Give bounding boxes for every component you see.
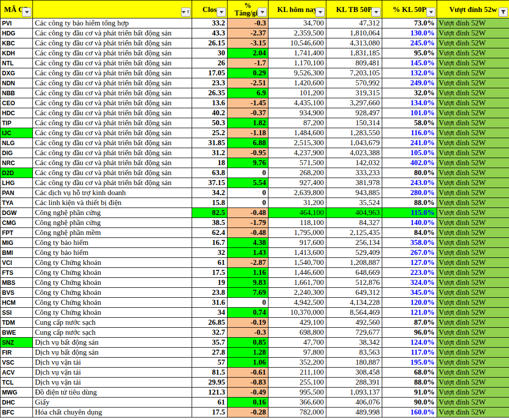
percent-change-cell[interactable]: -1.45	[228, 98, 268, 108]
volume-avg-cell[interactable]: 512,876	[326, 278, 382, 288]
industry-cell[interactable]: Các công ty đầu cơ và phát triển bất độn…	[33, 38, 192, 48]
industry-cell[interactable]: Các công ty đầu cơ và phát triển bất độn…	[33, 28, 192, 38]
volume-today-cell[interactable]: 268,200	[268, 168, 326, 178]
breakout-52w-cell[interactable]: Vượt đỉnh 52W	[437, 88, 509, 98]
volume-avg-cell[interactable]: 83,563	[326, 348, 382, 358]
column-header-industry[interactable]: ↑	[33, 0, 192, 18]
volume-today-cell[interactable]: 352,200	[268, 358, 326, 368]
breakout-52w-cell[interactable]: Vượt đỉnh 52W	[437, 328, 509, 338]
volume-avg-cell[interactable]: 38,342	[326, 338, 382, 348]
percent-volume-cell[interactable]: 88.0%	[382, 378, 437, 388]
industry-cell[interactable]: Các dịch vụ hỗ trợ kinh doanh	[33, 188, 192, 198]
breakout-52w-cell[interactable]: Vượt đỉnh 52W	[437, 208, 509, 218]
volume-avg-cell[interactable]: 1,831,185	[326, 48, 382, 58]
percent-change-cell[interactable]: -0.19	[228, 318, 268, 328]
breakout-52w-cell[interactable]: Vượt đỉnh 52W	[437, 268, 509, 278]
industry-cell[interactable]: Cung cấp nước sạch	[33, 318, 192, 328]
volume-avg-cell[interactable]: 1,810,064	[326, 28, 382, 38]
volume-today-cell[interactable]: 927,400	[268, 178, 326, 188]
breakout-52w-cell[interactable]: Vượt đỉnh 52W	[437, 398, 509, 408]
ticker-cell[interactable]: KBC	[0, 38, 33, 48]
industry-cell[interactable]: Công nghệ phần cứng	[33, 208, 192, 218]
volume-today-cell[interactable]: 87,200	[268, 118, 326, 128]
close-price-cell[interactable]: 31.2	[192, 148, 228, 158]
volume-today-cell[interactable]: 118,100	[268, 218, 326, 228]
percent-volume-cell[interactable]: 121.0%	[382, 308, 437, 318]
percent-change-cell[interactable]: 0	[228, 298, 268, 308]
close-price-cell[interactable]: 40.2	[192, 108, 228, 118]
industry-cell[interactable]: Các công ty đầu cơ và phát triển bất độn…	[33, 118, 192, 128]
industry-cell[interactable]: Dịch vụ vận tải	[33, 358, 192, 368]
volume-today-cell[interactable]: 255,100	[268, 378, 326, 388]
close-price-cell[interactable]: 35.7	[192, 338, 228, 348]
dropdown-arrow-icon[interactable]	[217, 7, 226, 17]
percent-change-cell[interactable]: -1.18	[228, 128, 268, 138]
volume-avg-cell[interactable]: 35,524	[326, 198, 382, 208]
percent-change-cell[interactable]: 5.54	[228, 178, 268, 188]
ticker-cell[interactable]: HDC	[0, 108, 33, 118]
breakout-52w-cell[interactable]: Vượt đỉnh 52W	[437, 158, 509, 168]
percent-volume-cell[interactable]: 101.0%	[382, 108, 437, 118]
ticker-cell[interactable]: NLG	[0, 138, 33, 148]
close-price-cell[interactable]: 27.8	[192, 348, 228, 358]
volume-today-cell[interactable]: 571,500	[268, 158, 326, 168]
industry-cell[interactable]: Các công ty đầu cơ và phát triển bất độn…	[33, 178, 192, 188]
percent-change-cell[interactable]: 0.29	[228, 68, 268, 78]
volume-avg-cell[interactable]: 4,134,228	[326, 298, 382, 308]
percent-volume-cell[interactable]: 345.0%	[382, 288, 437, 298]
close-price-cell[interactable]: 31.6	[192, 298, 228, 308]
volume-avg-cell[interactable]: 928,497	[326, 108, 382, 118]
volume-avg-cell[interactable]: 1,093,137	[326, 388, 382, 398]
industry-cell[interactable]: Các công ty đầu cơ và phát triển bất độn…	[33, 88, 192, 98]
volume-avg-cell[interactable]: 489,998	[326, 408, 382, 418]
breakout-52w-cell[interactable]: Vượt đỉnh 52W	[437, 58, 509, 68]
percent-change-cell[interactable]: 0.16	[228, 398, 268, 408]
industry-cell[interactable]: Công nghệ phần cứng	[33, 218, 192, 228]
volume-avg-cell[interactable]: 256,134	[326, 238, 382, 248]
filter-funnel-icon[interactable]	[499, 7, 508, 17]
ticker-cell[interactable]: KDH	[0, 48, 33, 58]
volume-today-cell[interactable]: 698,800	[268, 328, 326, 338]
percent-change-cell[interactable]: 2.04	[228, 48, 268, 58]
breakout-52w-cell[interactable]: Vượt đỉnh 52W	[437, 28, 509, 38]
volume-avg-cell[interactable]: 84,327	[326, 218, 382, 228]
ticker-cell[interactable]: BWE	[0, 328, 33, 338]
percent-volume-cell[interactable]: 91.0%	[382, 388, 437, 398]
ticker-cell[interactable]: HDG	[0, 28, 33, 38]
volume-today-cell[interactable]: 31,200	[268, 198, 326, 208]
volume-today-cell[interactable]: 464,100	[268, 208, 326, 218]
ticker-cell[interactable]: ACV	[0, 368, 33, 378]
close-price-cell[interactable]: 18	[192, 158, 228, 168]
ticker-cell[interactable]: TDM	[0, 318, 33, 328]
percent-change-cell[interactable]: 1.43	[228, 248, 268, 258]
percent-volume-cell[interactable]: 132.0%	[382, 68, 437, 78]
percent-volume-cell[interactable]: 249.0%	[382, 78, 437, 88]
dropdown-arrow-icon[interactable]	[426, 7, 436, 17]
percent-volume-cell[interactable]: 87.0%	[382, 318, 437, 328]
volume-avg-cell[interactable]: 8,564,469	[326, 308, 382, 318]
close-price-cell[interactable]: 26.35	[192, 88, 228, 98]
close-price-cell[interactable]: 37.15	[192, 178, 228, 188]
volume-today-cell[interactable]: 995,500	[268, 388, 326, 398]
volume-today-cell[interactable]: 10,370,000	[268, 308, 326, 318]
volume-today-cell[interactable]: 2,639,800	[268, 188, 326, 198]
percent-volume-cell[interactable]: 115.0%	[382, 208, 437, 218]
percent-change-cell[interactable]: 0.85	[228, 338, 268, 348]
volume-avg-cell[interactable]: 47,312	[326, 18, 382, 28]
ticker-cell[interactable]: BMI	[0, 248, 33, 258]
breakout-52w-cell[interactable]: Vượt đỉnh 52W	[437, 168, 509, 178]
volume-today-cell[interactable]: 9,526,300	[268, 68, 326, 78]
volume-avg-cell[interactable]: 1,208,887	[326, 258, 382, 268]
breakout-52w-cell[interactable]: Vượt đỉnh 52W	[437, 188, 509, 198]
volume-today-cell[interactable]: 47,700	[268, 338, 326, 348]
ticker-cell[interactable]: VSC	[0, 358, 33, 368]
industry-cell[interactable]: Đồ điện tử tiêu dùng	[33, 388, 192, 398]
ticker-cell[interactable]: DXG	[0, 68, 33, 78]
close-price-cell[interactable]: 19	[192, 278, 228, 288]
volume-today-cell[interactable]: 97,800	[268, 348, 326, 358]
percent-volume-cell[interactable]: 130.0%	[382, 28, 437, 38]
volume-today-cell[interactable]: 1,484,600	[268, 128, 326, 138]
volume-avg-cell[interactable]: 809,481	[326, 58, 382, 68]
industry-cell[interactable]: Cung cấp nước sạch	[33, 328, 192, 338]
percent-change-cell[interactable]: -0.28	[228, 408, 268, 418]
